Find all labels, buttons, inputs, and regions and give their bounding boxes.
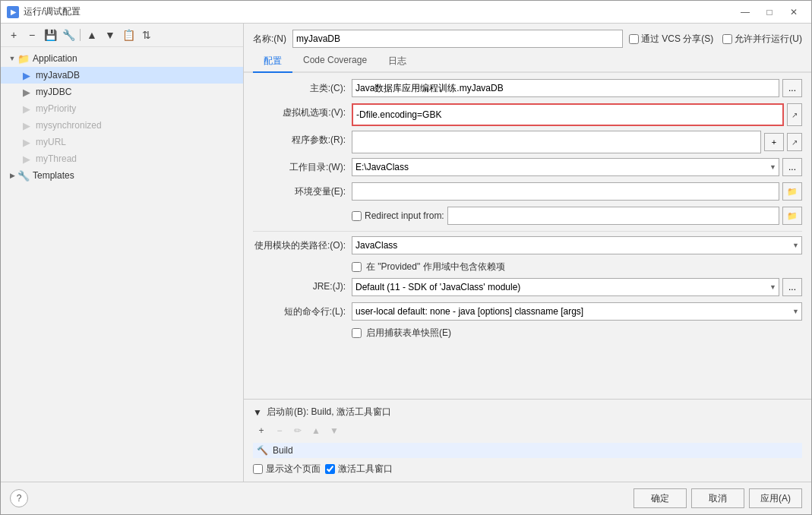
before-launch-toolbar: + − ✏ ▲ ▼ [253, 423, 802, 438]
name-input[interactable] [292, 30, 623, 48]
tree-templates-node[interactable]: ▶ 🔧 Templates [1, 167, 243, 184]
move-up-button[interactable]: ▲ [84, 27, 100, 43]
env-vars-label: 环境变量(E): [253, 182, 352, 198]
module-classpath-label: 使用模块的类路径:(O): [253, 236, 352, 252]
program-args-expand-button[interactable]: ↗ [787, 133, 802, 151]
show-page-row: 显示这个页面 激活工具窗口 [253, 463, 802, 476]
bl-up-button[interactable]: ▲ [308, 423, 324, 438]
name-label: 名称:(N) [253, 33, 286, 46]
working-dir-select[interactable]: E:\JavaClass [352, 158, 779, 176]
jre-select[interactable]: Default (11 - SDK of 'JavaClass' module) [352, 278, 779, 296]
config-icon: ▶ [21, 153, 33, 165]
tab-config[interactable]: 配置 [253, 51, 292, 73]
vm-options-label: 虚拟机选项:(V): [253, 103, 352, 119]
jre-field: Default (11 - SDK of 'JavaClass' module)… [352, 278, 802, 296]
bl-remove-button[interactable]: − [271, 423, 288, 438]
show-page-checkbox[interactable] [253, 464, 263, 474]
redirect-input[interactable] [447, 207, 779, 225]
redirect-checkbox[interactable] [352, 211, 362, 221]
config-icon: ▶ [21, 86, 33, 98]
tree-item-mysynchronized[interactable]: ▶ mysynchronized [1, 117, 243, 134]
remove-config-button[interactable]: − [24, 27, 40, 43]
tab-log[interactable]: 日志 [378, 51, 417, 73]
apply-button[interactable]: 应用(A) [749, 488, 802, 508]
bl-down-button[interactable]: ▼ [326, 423, 343, 438]
provided-checkbox[interactable] [352, 262, 362, 272]
jre-browse-button[interactable]: ... [782, 278, 802, 296]
redirect-label[interactable]: Redirect input from: [352, 210, 444, 221]
divider-1 [253, 231, 802, 232]
sort-button[interactable]: ⇅ [138, 27, 155, 43]
build-item[interactable]: 🔨 Build [253, 443, 802, 458]
main-class-field: ... [352, 79, 802, 97]
working-dir-browse-button[interactable]: ... [782, 158, 802, 176]
program-args-field: + ↗ [352, 131, 802, 153]
application-node-label: Application [33, 53, 77, 64]
tree-item-label: myPriority [36, 103, 76, 114]
config-icon: ▶ [21, 136, 33, 148]
minimize-button[interactable]: — [734, 4, 757, 21]
tree-item-myThread[interactable]: ▶ myThread [1, 150, 243, 167]
tree-application-node[interactable]: ▼ 📁 Application [1, 50, 243, 67]
env-vars-input[interactable] [352, 182, 779, 201]
tree-item-myURL[interactable]: ▶ myURL [1, 134, 243, 150]
program-args-add-button[interactable]: + [764, 133, 784, 151]
share-options: 通过 VCS 分享(S) 允许并行运行(U) [629, 33, 802, 46]
vm-options-row: 虚拟机选项:(V): ↗ [253, 103, 802, 126]
application-folder-icon: 📁 [17, 52, 30, 65]
redirect-field: Redirect input from: 📁 [352, 207, 802, 225]
config-icon: ▶ [21, 103, 33, 115]
prog-args-wrapper [352, 131, 761, 153]
activate-toolbox-label[interactable]: 激活工具窗口 [325, 463, 393, 476]
tree-item-myJavaDB[interactable]: ▶ myJavaDB [1, 67, 243, 84]
short-cmd-select[interactable]: user-local default: none - java [options… [352, 302, 802, 321]
bottom-bar: ? 确定 取消 应用(A) [1, 482, 811, 514]
tree-item-myPriority[interactable]: ▶ myPriority [1, 100, 243, 117]
working-dir-label: 工作目录:(W): [253, 158, 352, 174]
main-class-browse-button[interactable]: ... [782, 79, 802, 97]
share-vcs-label[interactable]: 通过 VCS 分享(S) [629, 33, 713, 46]
close-button[interactable]: ✕ [782, 4, 805, 21]
module-classpath-select[interactable]: JavaClass [352, 236, 802, 254]
move-down-button[interactable]: ▼ [102, 27, 118, 43]
cancel-button[interactable]: 取消 [691, 488, 744, 508]
vm-options-expand-button[interactable]: ↗ [787, 103, 802, 126]
settings-button[interactable]: 🔧 [60, 27, 77, 43]
capture-checkbox[interactable] [352, 328, 362, 338]
maximize-button[interactable]: □ [758, 4, 781, 21]
vm-options-input[interactable] [352, 103, 784, 126]
short-cmd-field: user-local default: none - java [options… [352, 302, 802, 321]
save-config-button[interactable]: 💾 [42, 27, 58, 43]
confirm-button[interactable]: 确定 [633, 488, 687, 508]
show-page-label[interactable]: 显示这个页面 [253, 463, 321, 476]
add-config-button[interactable]: + [5, 27, 22, 43]
copy-button[interactable]: 📋 [120, 27, 137, 43]
redirect-browse-button[interactable]: 📁 [782, 207, 802, 225]
vm-options-wrapper [352, 103, 784, 126]
activate-toolbox-checkbox[interactable] [325, 464, 335, 474]
env-vars-browse-button[interactable]: 📁 [782, 182, 802, 201]
dialog-title: 运行/调试配置 [24, 5, 734, 18]
working-dir-wrapper: E:\JavaClass ▼ [352, 158, 779, 176]
parallel-run-label[interactable]: 允许并行运行(U) [722, 33, 802, 46]
config-form: 主类:(C): ... 虚拟机选项:(V): ↗ [244, 73, 811, 399]
help-button[interactable]: ? [10, 489, 28, 507]
run-debug-dialog: ▶ 运行/调试配置 — □ ✕ + − 💾 🔧 ▲ ▼ 📋 ⇅ [0, 0, 812, 515]
right-panel: 名称:(N) 通过 VCS 分享(S) 允许并行运行(U) 配置 Code Co… [244, 24, 811, 482]
app-icon: ▶ [7, 6, 19, 18]
before-launch-title[interactable]: ▼ 启动前(B): Build, 激活工具窗口 [253, 406, 802, 419]
bl-edit-button[interactable]: ✏ [289, 423, 306, 438]
parallel-run-checkbox[interactable] [722, 34, 732, 44]
module-classpath-field: JavaClass ▼ [352, 236, 802, 254]
module-classpath-wrapper: JavaClass ▼ [352, 236, 802, 254]
share-vcs-checkbox[interactable] [629, 34, 639, 44]
program-args-row: 程序参数:(R): + ↗ [253, 131, 802, 153]
tab-coverage[interactable]: Code Coverage [292, 51, 378, 73]
main-class-input[interactable] [352, 79, 779, 97]
title-bar: ▶ 运行/调试配置 — □ ✕ [1, 1, 811, 24]
bl-add-button[interactable]: + [253, 423, 270, 438]
program-args-input[interactable] [352, 131, 761, 153]
vm-options-field: ↗ [352, 103, 802, 126]
tabs-bar: 配置 Code Coverage 日志 [244, 51, 811, 73]
tree-item-myJDBC[interactable]: ▶ myJDBC [1, 84, 243, 100]
